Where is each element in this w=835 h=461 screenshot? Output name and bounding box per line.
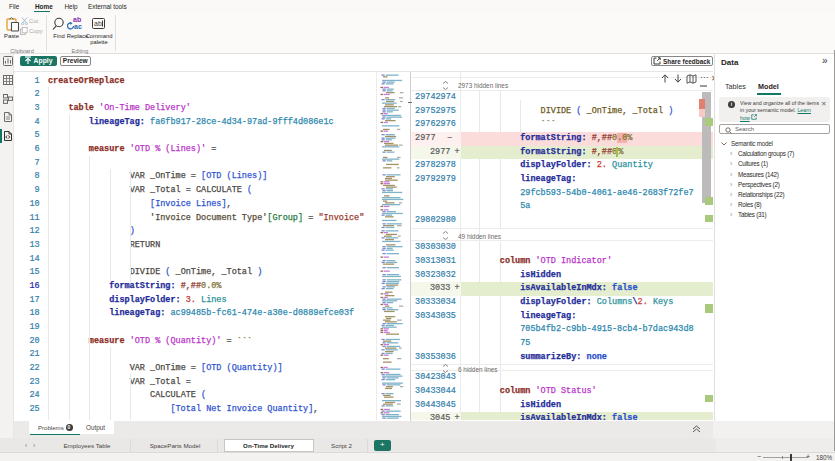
svg-text:ab: ab (94, 20, 102, 27)
